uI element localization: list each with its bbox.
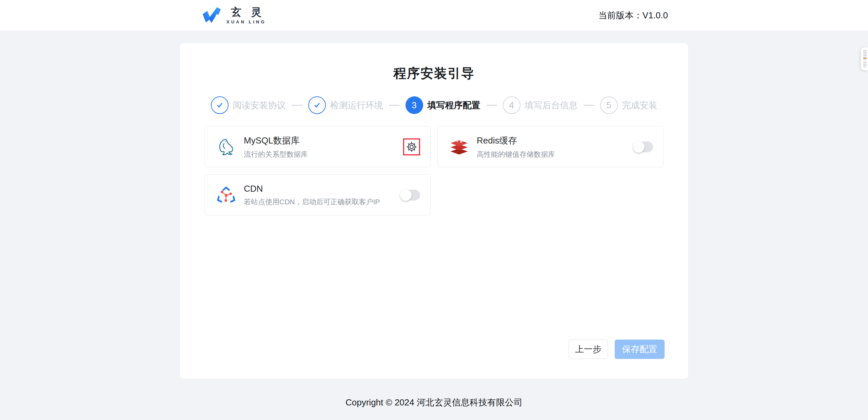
logo-cn-text: 玄 灵 bbox=[231, 7, 265, 17]
mysql-service-card: MySQL数据库 流行的关系型数据库 bbox=[204, 126, 431, 167]
cdn-service-card: CDN 若站点使用CDN，启动后可正确获取客户IP bbox=[204, 174, 431, 215]
service-config-grid: MySQL数据库 流行的关系型数据库 bbox=[180, 126, 688, 215]
save-config-button[interactable]: 保存配置 bbox=[615, 340, 665, 359]
top-header: 玄 灵 XUAN LING 当前版本：V1.0.0 bbox=[0, 0, 868, 31]
cdn-icon bbox=[216, 186, 236, 205]
gear-icon bbox=[406, 141, 417, 152]
step-connector bbox=[486, 105, 497, 106]
step-4-number: 4 bbox=[503, 96, 520, 114]
step-5-finish-install: 5 完成安装 bbox=[600, 96, 657, 114]
step-connector bbox=[292, 105, 302, 106]
step-2-check-icon bbox=[308, 96, 326, 114]
page-title: 程序安装引导 bbox=[180, 43, 688, 82]
cdn-service-name: CDN bbox=[244, 184, 380, 194]
wizard-actions: 上一步 保存配置 bbox=[180, 340, 688, 379]
step-connector bbox=[389, 105, 400, 106]
logo-en-text: XUAN LING bbox=[226, 20, 266, 24]
edge-widget-gap bbox=[863, 59, 867, 61]
edge-floating-widget[interactable] bbox=[861, 47, 868, 70]
mysql-service-desc: 流行的关系型数据库 bbox=[244, 150, 308, 159]
current-version-label: 当前版本：V1.0.0 bbox=[598, 9, 668, 21]
toggle-knob bbox=[633, 141, 645, 153]
step-3-label: 填写程序配置 bbox=[428, 99, 480, 111]
prev-step-button[interactable]: 上一步 bbox=[569, 340, 608, 359]
step-indicator: 阅读安装协议 检测运行环境 3 填写程序配置 4 填写后台信息 5 完成安装 bbox=[180, 96, 688, 114]
app-logo: 玄 灵 XUAN LING bbox=[202, 6, 266, 24]
mysql-service-name: MySQL数据库 bbox=[244, 135, 308, 147]
toggle-knob bbox=[400, 189, 412, 201]
install-wizard-card: 程序安装引导 阅读安装协议 检测运行环境 3 填写程序配置 4 填写后台信息 5 bbox=[180, 43, 688, 379]
redis-toggle-switch[interactable] bbox=[633, 141, 653, 152]
step-4-admin-info: 4 填写后台信息 bbox=[503, 96, 578, 114]
step-1-read-agreement: 阅读安装协议 bbox=[211, 96, 286, 114]
step-2-label: 检测运行环境 bbox=[330, 99, 383, 111]
step-3-number: 3 bbox=[406, 96, 423, 114]
red-highlight-box bbox=[403, 138, 420, 155]
cdn-toggle-switch[interactable] bbox=[400, 190, 420, 201]
step-5-number: 5 bbox=[600, 96, 618, 114]
step-1-check-icon bbox=[211, 96, 229, 114]
mysql-dolphin-icon bbox=[216, 137, 236, 156]
redis-service-desc: 高性能的键值存储数据库 bbox=[477, 150, 555, 159]
redis-icon bbox=[449, 137, 469, 156]
redis-service-name: Redis缓存 bbox=[477, 135, 555, 147]
logo-w-icon bbox=[202, 6, 222, 24]
step-connector bbox=[584, 105, 594, 106]
redis-service-card: Redis缓存 高性能的键值存储数据库 bbox=[437, 126, 664, 167]
mysql-settings-gear-button[interactable] bbox=[404, 139, 419, 154]
step-3-program-config: 3 填写程序配置 bbox=[406, 96, 480, 114]
cdn-service-desc: 若站点使用CDN，启动后可正确获取客户IP bbox=[244, 197, 380, 207]
step-2-check-environment: 检测运行环境 bbox=[308, 96, 383, 114]
step-4-label: 填写后台信息 bbox=[525, 99, 578, 111]
edge-widget-lines bbox=[863, 50, 867, 68]
copyright-footer: Copyright © 2024 河北玄灵信息科技有限公司 bbox=[0, 397, 868, 408]
edge-widget-orange-line bbox=[863, 58, 867, 59]
step-1-label: 阅读安装协议 bbox=[233, 99, 286, 111]
step-5-label: 完成安装 bbox=[622, 99, 657, 111]
